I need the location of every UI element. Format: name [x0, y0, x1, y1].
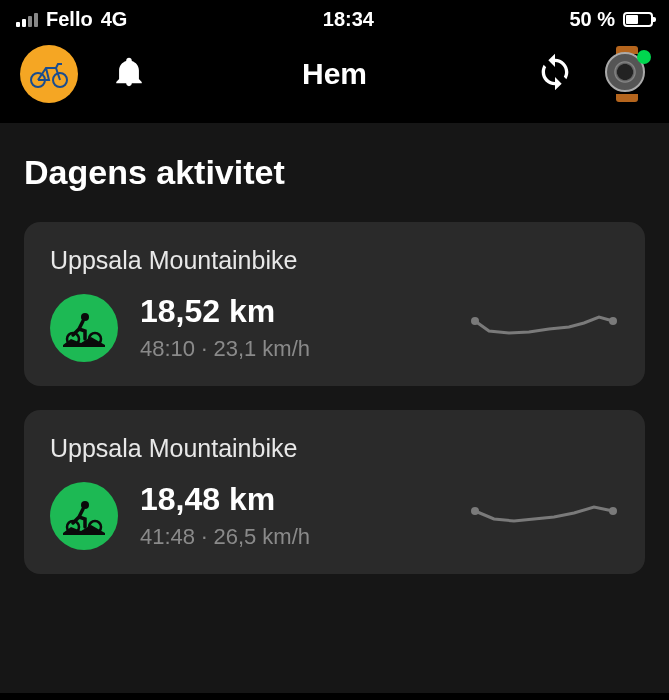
signal-strength-icon: [16, 13, 38, 27]
nav-bar: Hem: [0, 35, 669, 123]
network-label: 4G: [101, 8, 128, 31]
status-left: Fello 4G: [16, 8, 127, 31]
activity-card[interactable]: Uppsala Mountainbike 18,52 km 48:10 · 23…: [24, 222, 645, 386]
activity-speed: 23,1 km/h: [213, 336, 310, 361]
svg-point-6: [609, 317, 617, 325]
mountainbike-icon: [50, 294, 118, 362]
activity-duration: 41:48: [140, 524, 195, 549]
activity-title: Uppsala Mountainbike: [50, 246, 619, 275]
activity-meta: 48:10 · 23,1 km/h: [140, 336, 447, 362]
battery-percent-label: 50 %: [569, 8, 615, 31]
svg-point-11: [609, 507, 617, 515]
device-button[interactable]: [605, 52, 649, 96]
activity-distance: 18,48 km: [140, 481, 447, 518]
svg-point-5: [471, 317, 479, 325]
bell-icon: [112, 55, 146, 89]
sync-button[interactable]: [535, 52, 575, 96]
activity-card[interactable]: Uppsala Mountainbike 18,48 km 41:48 · 26…: [24, 410, 645, 574]
activity-speed: 26,5 km/h: [213, 524, 310, 549]
activity-meta: 41:48 · 26,5 km/h: [140, 524, 447, 550]
svg-point-10: [471, 507, 479, 515]
page-title: Hem: [302, 57, 367, 91]
notifications-button[interactable]: [112, 55, 146, 93]
activity-sparkline: [469, 491, 619, 541]
sync-icon: [535, 52, 575, 92]
carrier-label: Fello: [46, 8, 93, 31]
activity-title: Uppsala Mountainbike: [50, 434, 619, 463]
status-bar: Fello 4G 18:34 50 %: [0, 0, 669, 35]
bike-icon: [29, 60, 69, 88]
content-area: Dagens aktivitet Uppsala Mountainbike 18…: [0, 123, 669, 693]
activity-duration: 48:10: [140, 336, 195, 361]
mountainbike-icon: [50, 482, 118, 550]
status-right: 50 %: [569, 8, 653, 31]
clock-label: 18:34: [323, 8, 374, 31]
battery-icon: [623, 12, 653, 27]
section-title: Dagens aktivitet: [24, 153, 645, 192]
device-status-dot: [637, 50, 651, 64]
activity-distance: 18,52 km: [140, 293, 447, 330]
activity-sparkline: [469, 303, 619, 353]
bike-profile-button[interactable]: [20, 45, 78, 103]
